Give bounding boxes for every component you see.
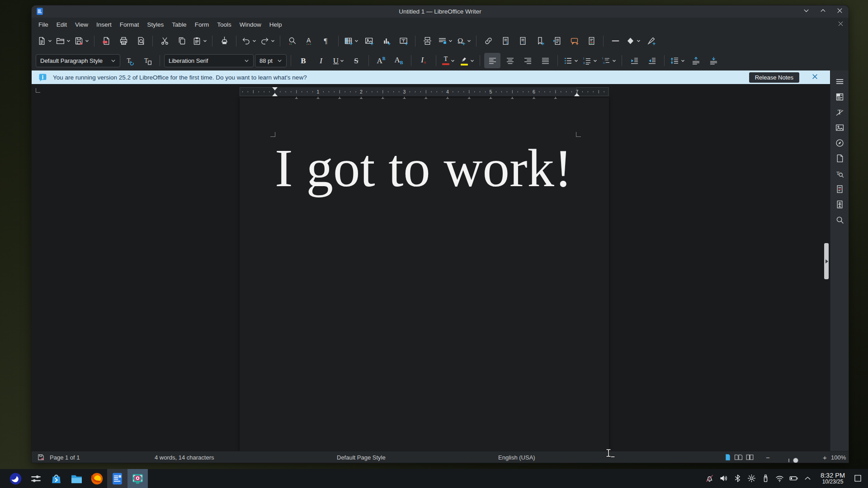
dropdown-arrow-icon[interactable] (612, 59, 616, 63)
font-size-select[interactable]: 88 pt (255, 54, 287, 67)
zoom-out-button[interactable]: − (766, 454, 770, 461)
sidebar-accessibility-check-button[interactable] (832, 197, 847, 212)
zoom-in-button[interactable]: + (823, 454, 827, 461)
sidebar-search-button[interactable] (832, 212, 847, 227)
taskbar-system-settings[interactable] (26, 469, 46, 488)
menu-form[interactable]: Form (191, 19, 213, 30)
clock[interactable]: 8:32 PM10/23/25 (821, 472, 845, 485)
minimize-button[interactable] (803, 7, 810, 16)
taskbar-app-launcher[interactable] (5, 469, 26, 488)
highlight-color-button[interactable] (458, 53, 476, 68)
maximize-button[interactable] (820, 7, 826, 16)
tray-battery-button[interactable] (789, 474, 798, 483)
language-status[interactable]: English (USA) (498, 454, 535, 461)
titlebar[interactable]: Untitled 1 — LibreOffice Writer (32, 5, 849, 18)
insert-basic-shapes-button[interactable] (624, 33, 642, 49)
dropdown-arrow-icon[interactable] (467, 39, 471, 43)
font-color-button[interactable]: T (440, 53, 457, 68)
dropdown-arrow-icon[interactable] (637, 39, 641, 43)
list-number-button[interactable]: III (581, 53, 599, 68)
tray-expand-tray-button[interactable] (803, 474, 812, 483)
list-outline-button[interactable]: II.I (600, 53, 618, 68)
release-notes-button[interactable]: Release Notes (749, 72, 799, 83)
view-book-button[interactable] (745, 454, 754, 461)
redo-button[interactable] (259, 33, 276, 49)
dropdown-arrow-icon[interactable] (271, 39, 275, 43)
clear-formatting-button[interactable]: I× (415, 53, 432, 68)
italic-button[interactable]: I (313, 53, 329, 68)
export-pdf-button[interactable] (98, 33, 114, 49)
undo-button[interactable] (240, 33, 258, 49)
strikethrough-button[interactable]: S (348, 53, 364, 68)
insert-bookmark-button[interactable] (532, 33, 548, 49)
page-style-status[interactable]: Default Page Style (337, 454, 386, 461)
infobar-close-icon[interactable] (811, 73, 818, 82)
taskbar-libreoffice-writer[interactable] (107, 469, 127, 488)
find-replace-button[interactable] (284, 33, 300, 49)
insert-field-button[interactable] (436, 33, 454, 49)
menu-window[interactable]: Window (236, 19, 265, 30)
menu-insert[interactable]: Insert (92, 19, 116, 30)
dropdown-arrow-icon[interactable] (354, 39, 359, 43)
justify-button[interactable] (537, 53, 553, 68)
dropdown-arrow-icon[interactable] (48, 39, 52, 43)
superscript-button[interactable]: AB (373, 53, 389, 68)
sidebar-navigator-button[interactable] (832, 135, 847, 150)
close-document-icon[interactable] (838, 20, 844, 28)
zoom-slider-handle[interactable] (793, 458, 798, 463)
para-space-decrease-button[interactable] (705, 53, 722, 68)
tray-brightness-button[interactable] (747, 474, 756, 483)
font-name-select[interactable]: Liberation Serif (164, 54, 254, 67)
indent-decrease-button[interactable] (644, 53, 660, 68)
menu-format[interactable]: Format (116, 19, 143, 30)
horizontal-ruler[interactable]: 1234567 (240, 87, 609, 99)
close-button[interactable] (836, 7, 843, 16)
menu-view[interactable]: View (71, 19, 92, 30)
insert-special-character-button[interactable]: Ω (455, 33, 472, 49)
print-button[interactable] (115, 33, 132, 49)
subscript-button[interactable]: AB (391, 53, 407, 68)
dropdown-arrow-icon[interactable] (574, 59, 578, 63)
insert-endnote-button[interactable]: i (514, 33, 531, 49)
insert-cross-reference-button[interactable] (549, 33, 565, 49)
dropdown-arrow-icon[interactable] (470, 59, 474, 63)
menu-edit[interactable]: Edit (52, 19, 71, 30)
clone-formatting-button[interactable] (216, 33, 232, 49)
print-preview-button[interactable] (132, 33, 149, 49)
document-area[interactable]: 1234567 I got to work! (32, 84, 830, 451)
view-multiple-pages-button[interactable] (734, 454, 743, 461)
view-single-page-button[interactable] (724, 454, 731, 461)
tray-wifi-button[interactable] (775, 474, 784, 483)
paste-button[interactable] (191, 33, 208, 49)
underline-button[interactable]: U (330, 53, 347, 68)
insert-page-break-button[interactable] (419, 33, 435, 49)
bold-button[interactable]: B (295, 53, 311, 68)
insert-comment-button[interactable] (566, 33, 582, 49)
dropdown-arrow-icon[interactable] (203, 39, 207, 43)
update-style-button[interactable]: T (122, 53, 138, 68)
tray-volume-button[interactable] (719, 474, 728, 483)
cut-button[interactable] (156, 33, 173, 49)
dropdown-arrow-icon[interactable] (340, 59, 344, 63)
tray-notifications-muted-button[interactable] (705, 474, 714, 483)
taskbar-discover[interactable] (46, 469, 66, 488)
sidebar-sidebar-settings-button[interactable] (832, 74, 847, 89)
sidebar-style-inspector-button[interactable]: T (832, 166, 847, 181)
word-count-status[interactable]: 4 words, 14 characters (155, 454, 214, 461)
formatting-marks-button[interactable]: ¶ (318, 33, 335, 49)
save-status-icon[interactable] (37, 454, 45, 461)
dropdown-arrow-icon[interactable] (593, 59, 597, 63)
list-bullet-button[interactable] (562, 53, 580, 68)
insert-image-button[interactable] (361, 33, 377, 49)
taskbar-firefox[interactable] (87, 469, 107, 488)
paragraph-style-select[interactable]: Default Paragraph Style (36, 54, 120, 67)
menu-styles[interactable]: Styles (143, 19, 168, 30)
sidebar-collapse-handle[interactable] (824, 243, 829, 279)
menu-file[interactable]: File (34, 19, 52, 30)
dropdown-arrow-icon[interactable] (252, 39, 256, 43)
show-draw-functions-button[interactable] (643, 33, 659, 49)
dropdown-arrow-icon[interactable] (451, 59, 455, 63)
sidebar-styles-button[interactable]: T (832, 104, 847, 120)
sidebar-manage-changes-button[interactable] (832, 181, 847, 197)
menu-help[interactable]: Help (265, 19, 286, 30)
